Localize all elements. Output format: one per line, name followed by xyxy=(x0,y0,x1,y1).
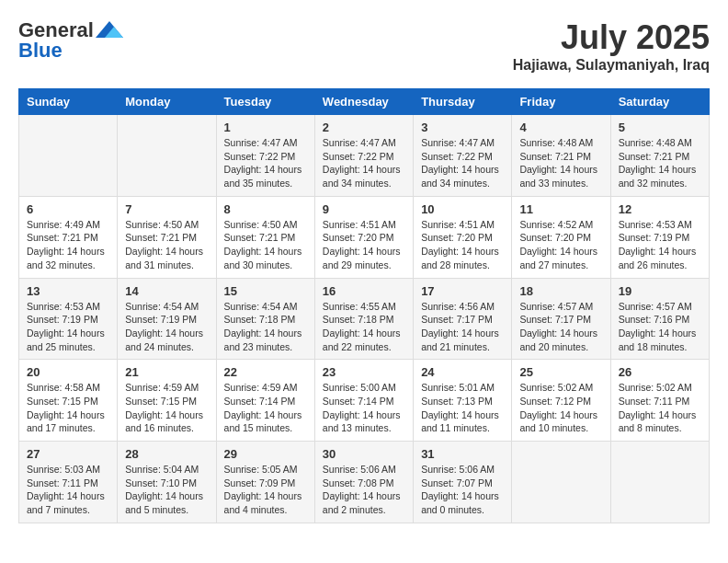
calendar-cell: 31Sunrise: 5:06 AM Sunset: 7:07 PM Dayli… xyxy=(414,442,512,523)
day-number: 6 xyxy=(27,202,109,216)
weekday-header-wednesday: Wednesday xyxy=(314,89,413,115)
calendar-cell: 7Sunrise: 4:50 AM Sunset: 7:21 PM Daylig… xyxy=(118,196,216,278)
cell-content: Sunrise: 4:48 AM Sunset: 7:21 PM Dayligh… xyxy=(619,136,701,190)
cell-content: Sunrise: 4:48 AM Sunset: 7:21 PM Dayligh… xyxy=(519,136,602,190)
weekday-header-friday: Friday xyxy=(512,89,610,115)
cell-content: Sunrise: 5:02 AM Sunset: 7:11 PM Dayligh… xyxy=(619,381,701,435)
weekday-header-tuesday: Tuesday xyxy=(216,89,314,115)
logo: General Blue xyxy=(18,18,123,63)
calendar-cell: 26Sunrise: 5:02 AM Sunset: 7:11 PM Dayli… xyxy=(610,360,709,442)
cell-content: Sunrise: 4:50 AM Sunset: 7:21 PM Dayligh… xyxy=(224,218,307,272)
cell-content: Sunrise: 4:51 AM Sunset: 7:20 PM Dayligh… xyxy=(421,218,504,272)
calendar-cell: 16Sunrise: 4:55 AM Sunset: 7:18 PM Dayli… xyxy=(314,278,413,360)
cell-content: Sunrise: 4:49 AM Sunset: 7:21 PM Dayligh… xyxy=(27,218,109,272)
cell-content: Sunrise: 4:47 AM Sunset: 7:22 PM Dayligh… xyxy=(421,136,504,190)
calendar-cell: 27Sunrise: 5:03 AM Sunset: 7:11 PM Dayli… xyxy=(19,442,118,523)
calendar-cell: 14Sunrise: 4:54 AM Sunset: 7:19 PM Dayli… xyxy=(118,278,216,360)
day-number: 11 xyxy=(519,202,602,216)
day-number: 30 xyxy=(323,447,405,461)
cell-content: Sunrise: 4:54 AM Sunset: 7:19 PM Dayligh… xyxy=(125,300,208,354)
calendar-cell xyxy=(118,115,216,197)
calendar-cell: 1Sunrise: 4:47 AM Sunset: 7:22 PM Daylig… xyxy=(216,115,314,197)
day-number: 26 xyxy=(619,365,701,379)
month-title: July 2025 xyxy=(513,18,710,57)
calendar-cell: 24Sunrise: 5:01 AM Sunset: 7:13 PM Dayli… xyxy=(414,360,512,442)
day-number: 4 xyxy=(519,121,602,134)
calendar-cell: 5Sunrise: 4:48 AM Sunset: 7:21 PM Daylig… xyxy=(610,115,709,197)
calendar-cell: 12Sunrise: 4:53 AM Sunset: 7:19 PM Dayli… xyxy=(610,196,709,278)
day-number: 24 xyxy=(421,365,504,379)
cell-content: Sunrise: 5:04 AM Sunset: 7:10 PM Dayligh… xyxy=(125,463,208,517)
calendar-cell: 8Sunrise: 4:50 AM Sunset: 7:21 PM Daylig… xyxy=(216,196,314,278)
calendar-cell: 6Sunrise: 4:49 AM Sunset: 7:21 PM Daylig… xyxy=(19,196,118,278)
day-number: 1 xyxy=(224,121,307,134)
calendar-cell: 28Sunrise: 5:04 AM Sunset: 7:10 PM Dayli… xyxy=(118,442,216,523)
calendar-cell xyxy=(19,115,118,197)
day-number: 23 xyxy=(323,365,405,379)
day-number: 17 xyxy=(421,284,504,298)
day-number: 10 xyxy=(421,202,504,216)
cell-content: Sunrise: 4:51 AM Sunset: 7:20 PM Dayligh… xyxy=(323,218,405,272)
cell-content: Sunrise: 4:59 AM Sunset: 7:15 PM Dayligh… xyxy=(125,381,208,435)
day-number: 15 xyxy=(224,284,307,298)
cell-content: Sunrise: 5:01 AM Sunset: 7:13 PM Dayligh… xyxy=(421,381,504,435)
cell-content: Sunrise: 5:03 AM Sunset: 7:11 PM Dayligh… xyxy=(27,463,109,517)
page-header: General Blue July 2025 Hajiawa, Sulayman… xyxy=(18,18,710,74)
calendar-cell: 9Sunrise: 4:51 AM Sunset: 7:20 PM Daylig… xyxy=(314,196,413,278)
calendar-week-row: 20Sunrise: 4:58 AM Sunset: 7:15 PM Dayli… xyxy=(19,360,710,442)
day-number: 31 xyxy=(421,447,504,461)
cell-content: Sunrise: 5:02 AM Sunset: 7:12 PM Dayligh… xyxy=(519,381,602,435)
calendar-cell: 2Sunrise: 4:47 AM Sunset: 7:22 PM Daylig… xyxy=(314,115,413,197)
calendar-week-row: 1Sunrise: 4:47 AM Sunset: 7:22 PM Daylig… xyxy=(19,115,710,197)
cell-content: Sunrise: 4:47 AM Sunset: 7:22 PM Dayligh… xyxy=(224,136,307,190)
day-number: 20 xyxy=(27,365,109,379)
cell-content: Sunrise: 4:47 AM Sunset: 7:22 PM Dayligh… xyxy=(323,136,405,190)
cell-content: Sunrise: 4:57 AM Sunset: 7:17 PM Dayligh… xyxy=(519,300,602,354)
calendar-cell: 29Sunrise: 5:05 AM Sunset: 7:09 PM Dayli… xyxy=(216,442,314,523)
day-number: 29 xyxy=(224,447,307,461)
calendar-cell: 13Sunrise: 4:53 AM Sunset: 7:19 PM Dayli… xyxy=(19,278,118,360)
title-area: July 2025 Hajiawa, Sulaymaniyah, Iraq xyxy=(513,18,710,74)
day-number: 2 xyxy=(323,121,405,134)
day-number: 28 xyxy=(125,447,208,461)
calendar-cell: 23Sunrise: 5:00 AM Sunset: 7:14 PM Dayli… xyxy=(314,360,413,442)
calendar-week-row: 27Sunrise: 5:03 AM Sunset: 7:11 PM Dayli… xyxy=(19,442,710,523)
calendar-cell: 4Sunrise: 4:48 AM Sunset: 7:21 PM Daylig… xyxy=(512,115,610,197)
cell-content: Sunrise: 5:06 AM Sunset: 7:08 PM Dayligh… xyxy=(323,463,405,517)
calendar-cell: 17Sunrise: 4:56 AM Sunset: 7:17 PM Dayli… xyxy=(414,278,512,360)
weekday-header-monday: Monday xyxy=(118,89,216,115)
cell-content: Sunrise: 4:53 AM Sunset: 7:19 PM Dayligh… xyxy=(27,300,109,354)
day-number: 12 xyxy=(619,202,701,216)
day-number: 19 xyxy=(619,284,701,298)
calendar-cell xyxy=(610,442,709,523)
day-number: 18 xyxy=(519,284,602,298)
weekday-header-sunday: Sunday xyxy=(19,89,118,115)
day-number: 22 xyxy=(224,365,307,379)
calendar-cell xyxy=(512,442,610,523)
day-number: 7 xyxy=(125,202,208,216)
calendar-cell: 18Sunrise: 4:57 AM Sunset: 7:17 PM Dayli… xyxy=(512,278,610,360)
cell-content: Sunrise: 4:57 AM Sunset: 7:16 PM Dayligh… xyxy=(619,300,701,354)
day-number: 27 xyxy=(27,447,109,461)
cell-content: Sunrise: 5:05 AM Sunset: 7:09 PM Dayligh… xyxy=(224,463,307,517)
calendar-cell: 19Sunrise: 4:57 AM Sunset: 7:16 PM Dayli… xyxy=(610,278,709,360)
calendar-cell: 20Sunrise: 4:58 AM Sunset: 7:15 PM Dayli… xyxy=(19,360,118,442)
calendar-cell: 3Sunrise: 4:47 AM Sunset: 7:22 PM Daylig… xyxy=(414,115,512,197)
calendar-header-row: SundayMondayTuesdayWednesdayThursdayFrid… xyxy=(19,89,710,115)
calendar-table: SundayMondayTuesdayWednesdayThursdayFrid… xyxy=(18,88,710,523)
cell-content: Sunrise: 4:56 AM Sunset: 7:17 PM Dayligh… xyxy=(421,300,504,354)
day-number: 21 xyxy=(125,365,208,379)
day-number: 25 xyxy=(519,365,602,379)
calendar-week-row: 6Sunrise: 4:49 AM Sunset: 7:21 PM Daylig… xyxy=(19,196,710,278)
logo-icon xyxy=(96,19,123,41)
cell-content: Sunrise: 4:55 AM Sunset: 7:18 PM Dayligh… xyxy=(323,300,405,354)
cell-content: Sunrise: 4:53 AM Sunset: 7:19 PM Dayligh… xyxy=(619,218,701,272)
calendar-cell: 11Sunrise: 4:52 AM Sunset: 7:20 PM Dayli… xyxy=(512,196,610,278)
cell-content: Sunrise: 4:59 AM Sunset: 7:14 PM Dayligh… xyxy=(224,381,307,435)
day-number: 5 xyxy=(619,121,701,134)
calendar-cell: 21Sunrise: 4:59 AM Sunset: 7:15 PM Dayli… xyxy=(118,360,216,442)
calendar-cell: 10Sunrise: 4:51 AM Sunset: 7:20 PM Dayli… xyxy=(414,196,512,278)
day-number: 13 xyxy=(27,284,109,298)
calendar-cell: 25Sunrise: 5:02 AM Sunset: 7:12 PM Dayli… xyxy=(512,360,610,442)
weekday-header-thursday: Thursday xyxy=(414,89,512,115)
